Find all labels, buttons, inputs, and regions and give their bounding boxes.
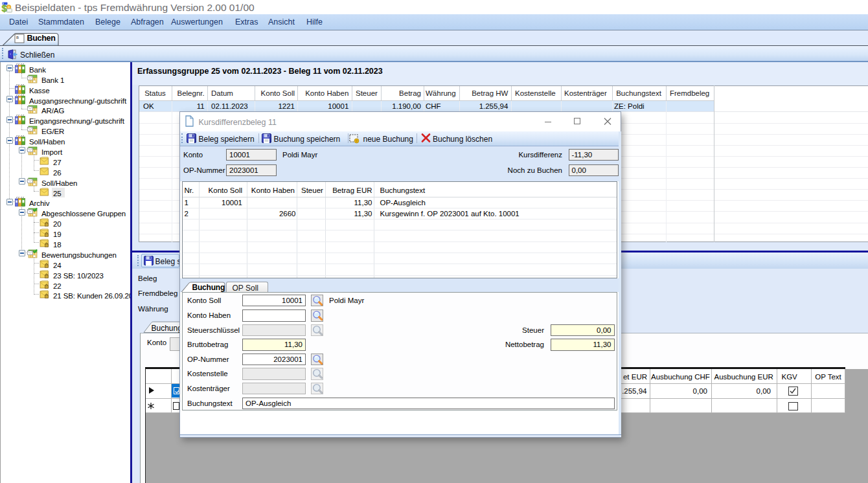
svg-text:B: B (16, 35, 19, 39)
